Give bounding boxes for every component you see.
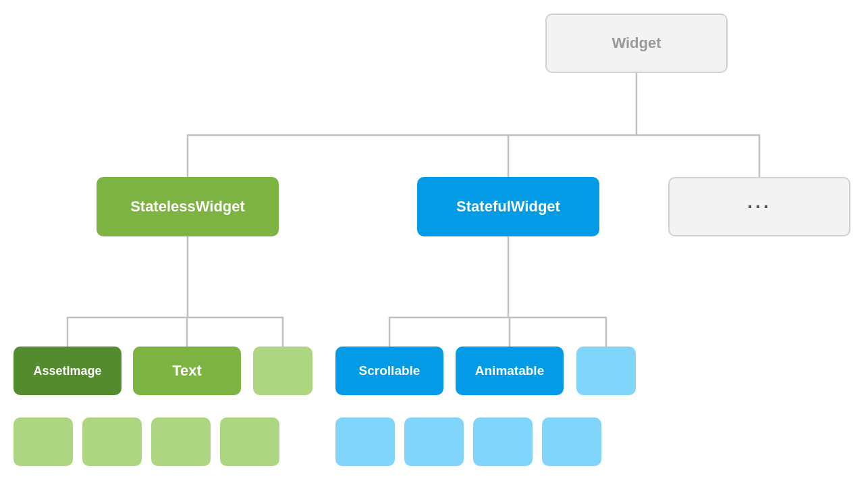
stateful-label: StatefulWidget [456,198,560,215]
connectors-svg [0,0,868,485]
stateless-label: StatelessWidget [130,198,245,215]
small-blue-node-4 [542,417,601,466]
small-green-node-3 [151,417,211,466]
scrollable-node: Scrollable [335,347,443,395]
small-blue-node-3 [473,417,533,466]
animatable-label: Animatable [475,363,544,378]
diagram: Widget StatelessWidget StatefulWidget ··… [0,0,868,485]
more-top-label: ··· [747,196,771,218]
widget-node: Widget [545,14,728,73]
small-blue-node-1 [335,417,395,466]
scrollable-label: Scrollable [359,363,421,378]
more-stateful-node [576,347,636,395]
animatable-node: Animatable [456,347,564,395]
small-green-node-2 [82,417,142,466]
small-blue-node-2 [404,417,464,466]
more-top-node: ··· [668,177,850,236]
text-node: Text [133,347,241,395]
small-green-node-1 [13,417,73,466]
text-label: Text [172,362,202,380]
assetimage-label: AssetImage [33,364,101,378]
widget-label: Widget [612,34,661,52]
small-green-node-4 [220,417,279,466]
more-stateless-node [253,347,313,395]
assetimage-node: AssetImage [13,347,121,395]
stateless-widget-node: StatelessWidget [97,177,279,236]
stateful-widget-node: StatefulWidget [417,177,599,236]
